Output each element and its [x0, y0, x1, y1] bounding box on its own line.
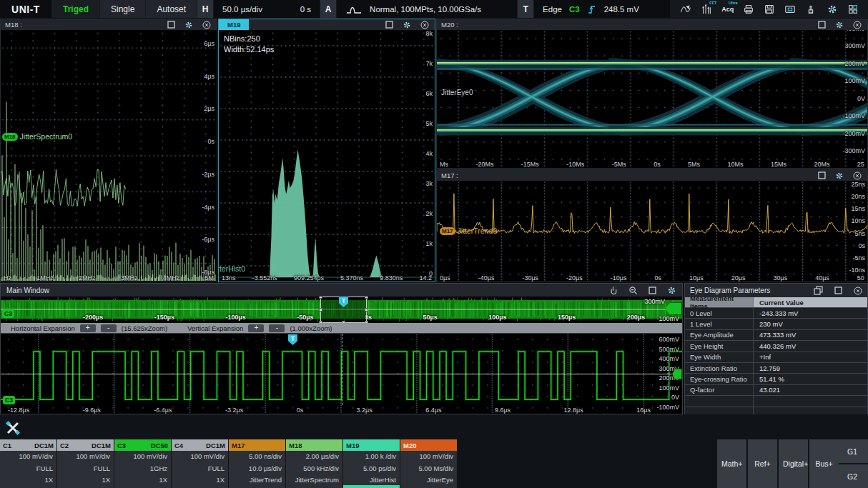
v-expansion-minus-button[interactable]: - [269, 324, 285, 332]
channel-id: M19 [346, 442, 359, 449]
main-window-title: Main Window [6, 287, 49, 294]
trigger-source: C3 [569, 5, 580, 14]
m19-plot[interactable]: NBins:250 Width:52.14ps 8k7k6k5k4k3k2k1k… [219, 30, 435, 282]
x-tick-label: 100µs [488, 314, 506, 321]
print-icon[interactable] [739, 1, 759, 17]
m19-waveform [219, 30, 435, 282]
fft-icon[interactable]: FFT [696, 1, 716, 17]
trigger-settings-field[interactable]: Edge C3 248.5 mV [534, 0, 670, 18]
zoom-out-icon[interactable] [628, 286, 638, 295]
add-function-button[interactable]: Digital+ [779, 439, 808, 488]
window-layout-icon[interactable] [843, 1, 863, 17]
channel-scale: 100 mV/div [400, 451, 457, 463]
channel-function: 1X [57, 474, 114, 487]
gear-icon[interactable] [667, 286, 676, 295]
autoset-button[interactable]: Autoset [146, 0, 197, 18]
panel-m20: M20 : 400mV300mV200mV100mV0V-100mV-200mV… [436, 19, 868, 169]
single-button[interactable]: Single [100, 0, 145, 18]
panel-m18-titlebar[interactable]: M18 : [1, 19, 217, 30]
maximize-icon[interactable] [818, 21, 826, 29]
maximize-icon[interactable] [818, 171, 826, 179]
close-icon[interactable] [853, 21, 862, 29]
close-icon[interactable] [420, 21, 429, 29]
screen-capture-icon[interactable] [780, 1, 800, 17]
m18-plot[interactable]: 6µs4µs2µs0s-2µs-4µs-6µs-8µs Hz1MHz2MHz3M… [1, 30, 217, 282]
save-icon[interactable] [759, 1, 779, 17]
channel-card[interactable]: M18 2.00 µs/div 500 kHz/div JitterSpectr… [286, 439, 342, 488]
horizontal-key[interactable]: H [197, 0, 213, 18]
overview-strip[interactable]: -200µs-150µs-100µs-50µs0s50µs100µs150µs2… [1, 297, 682, 323]
cursor-dashed-line[interactable] [342, 334, 342, 405]
touch-icon[interactable] [608, 286, 618, 295]
panel-m17-titlebar[interactable]: M17 : [437, 170, 867, 181]
selection-handle[interactable] [319, 297, 322, 299]
channel-scale: 5.00 ns/div [229, 451, 285, 463]
cascade-icon[interactable] [814, 286, 823, 295]
settings-gear-icon[interactable] [822, 1, 842, 17]
channel-card[interactable]: C2 DC1M 100 mV/div FULL 1X [57, 439, 114, 488]
channel-card[interactable]: C4 DC1M 100 mV/div FULL 1X [172, 439, 228, 488]
vertical-expansion-label: Vertical Expansion [187, 324, 243, 332]
panel-m18-title: M18 : [5, 21, 22, 29]
gear-icon[interactable] [835, 171, 844, 180]
channel-card[interactable]: C1 DC1M 100 mV/div FULL 1X [0, 439, 56, 488]
gear-icon[interactable] [403, 21, 411, 29]
panel-m20-titlebar[interactable]: M20 : [437, 19, 867, 30]
channel-card[interactable]: M20 100 mV/div 5.00 Ms/div JitterEye [400, 439, 457, 488]
add-function-button[interactable]: Math+ [717, 439, 746, 488]
panel-m19-titlebar[interactable]: M19 [219, 19, 435, 30]
channel-bandwidth: FULL [57, 463, 114, 475]
channel-card[interactable]: M17 5.00 ns/div 10.0 µs/div JitterTrend [229, 439, 285, 488]
channel-card[interactable]: M19 1.00 k /div 5.00 ps/div JitterHist [343, 439, 400, 488]
zoom-waveform-window[interactable]: T 600mV500mV400mV300mV200mV100mV0V-100mV… [0, 333, 683, 414]
add-function-button[interactable]: Bus+ [809, 439, 839, 488]
channel-card[interactable]: C3 DC50 100 mV/div 1GHz 1X [114, 439, 171, 488]
channel-function: JitterHist [343, 474, 400, 487]
channel-coupling: DC1M [92, 442, 111, 449]
close-icon[interactable] [853, 171, 862, 180]
add-function-button[interactable]: Ref+ [748, 439, 777, 488]
m17-plot[interactable]: 25ns20ns15ns10ns5ns0s-5ns-10ns 0µs-40µs-… [437, 181, 867, 282]
group-button[interactable]: G1 [837, 439, 868, 463]
channel-bandwidth: 5.00 ps/div [343, 463, 400, 475]
h-zoom-factor: (15.625xZoom) [122, 324, 167, 332]
measurement-item: Q-factor [685, 385, 754, 395]
v-expansion-plus-button[interactable]: + [248, 324, 264, 332]
channel-function: JitterEye [400, 474, 457, 487]
main-window-titlebar[interactable]: Main Window [1, 284, 682, 297]
acquire-info: Normal, 100MPts, 10.00GSa/s [370, 5, 481, 14]
channel-card-header: C3 DC50 [114, 439, 171, 451]
channel-id: C4 [174, 442, 183, 449]
group-button[interactable]: G2 [837, 464, 868, 488]
maximize-icon[interactable] [834, 287, 842, 294]
close-icon[interactable] [202, 21, 211, 29]
m20-plot[interactable]: 400mV300mV200mV100mV0V-100mV-200mV-300mV… [437, 30, 867, 168]
selection-handle[interactable] [365, 297, 368, 299]
close-icon[interactable] [854, 287, 862, 295]
h-expansion-minus-button[interactable]: - [101, 324, 117, 332]
maximize-icon[interactable] [385, 21, 393, 29]
acquire-key[interactable]: A [320, 0, 336, 18]
clear-icon[interactable] [801, 1, 821, 17]
maximize-icon[interactable] [648, 287, 656, 294]
channel-card-header: M20 [400, 439, 457, 451]
gear-icon[interactable] [184, 21, 193, 29]
acquire-settings-field[interactable]: Normal, 100MPts, 10.00GSa/s [337, 0, 517, 18]
panel-m19-tab[interactable]: M19 [219, 19, 249, 30]
auto-measure-icon[interactable] [676, 1, 696, 17]
selection-handle[interactable] [319, 308, 322, 312]
channel-scale: 100 mV/div [114, 451, 171, 463]
h-scale-value: 50.0 µs/div [222, 5, 262, 14]
acq-mode-icon[interactable]: UltraAcq [718, 1, 738, 17]
drawing-tools-icon[interactable] [4, 419, 22, 437]
gear-icon[interactable] [835, 21, 844, 29]
h-expansion-plus-button[interactable]: + [80, 324, 96, 332]
trigger-status-button[interactable]: Triged [52, 0, 99, 18]
panel-m20-title: M20 : [441, 21, 458, 29]
horizontal-settings-field[interactable]: 50.0 µs/div 0 s [214, 0, 320, 18]
table-row: Extinction Ratio 12.759 [685, 363, 867, 374]
selection-handle[interactable] [365, 308, 368, 312]
overview-y-top-label: 300mV [644, 298, 665, 305]
maximize-icon[interactable] [167, 21, 175, 29]
trigger-key[interactable]: T [518, 0, 533, 18]
